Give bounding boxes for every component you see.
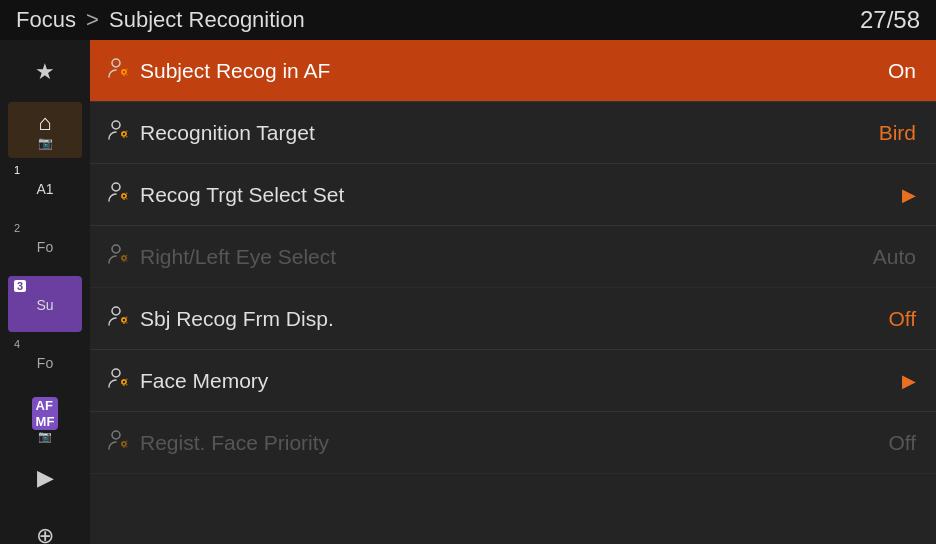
afmf-badge: AFMF xyxy=(32,397,59,430)
svg-point-4 xyxy=(112,183,120,191)
menu-icon-face-memory xyxy=(106,367,130,394)
breadcrumb-focus: Focus xyxy=(16,7,76,32)
menu-icon-subject-recog-af xyxy=(106,57,130,84)
camera-home-icon: 📷 xyxy=(38,136,53,150)
menu-label-subject-recog-af: Subject Recog in AF xyxy=(140,59,330,83)
menu-item-left-subject-recog-af: Subject Recog in AF xyxy=(106,57,330,84)
sidebar-num-2: 2 xyxy=(14,222,20,234)
menu-icon-right-left-eye-select xyxy=(106,243,130,270)
star-icon: ★ xyxy=(35,59,55,85)
sidebar-item-3[interactable]: 3 Su xyxy=(8,276,82,332)
sidebar-label-4: Fo xyxy=(37,355,53,371)
menu-item-left-right-left-eye-select: Right/Left Eye Select xyxy=(106,243,336,270)
menu-item-left-recog-trgt-select-set: Recog Trgt Select Set xyxy=(106,181,344,208)
sidebar-label-3: Su xyxy=(36,297,53,313)
svg-point-12 xyxy=(112,431,120,439)
sidebar-item-5[interactable]: AFMF 📷 xyxy=(8,392,82,448)
breadcrumb: Focus > Subject Recognition xyxy=(16,7,305,33)
menu-label-recog-trgt-select-set: Recog Trgt Select Set xyxy=(140,183,344,207)
menu-item-regist-face-priority: Regist. Face PriorityOff xyxy=(90,412,936,474)
sidebar-item-play[interactable]: ▶ xyxy=(8,450,82,506)
sidebar-item-4[interactable]: 4 Fo xyxy=(8,334,82,390)
menu-icon-recognition-target xyxy=(106,119,130,146)
sidebar-num-3: 3 xyxy=(14,280,26,292)
main-area: ★ ⌂ 📷 1 A1 2 Fo 3 Su 4 Fo xyxy=(0,40,936,544)
menu-list: Subject Recog in AFOnRecognition TargetB… xyxy=(90,40,936,544)
breadcrumb-section: Subject Recognition xyxy=(109,7,305,32)
sidebar-num-1: 1 xyxy=(14,164,20,176)
menu-item-left-regist-face-priority: Regist. Face Priority xyxy=(106,429,329,456)
menu-item-left-face-memory: Face Memory xyxy=(106,367,268,394)
menu-value-sbj-recog-frm-disp: Off xyxy=(888,307,916,331)
screen: Focus > Subject Recognition 27/58 ★ ⌂ 📷 … xyxy=(0,0,936,544)
menu-label-sbj-recog-frm-disp: Sbj Recog Frm Disp. xyxy=(140,307,334,331)
menu-icon-recog-trgt-select-set xyxy=(106,181,130,208)
menu-item-subject-recog-af[interactable]: Subject Recog in AFOn xyxy=(90,40,936,102)
svg-point-3 xyxy=(122,132,126,136)
sidebar-item-2[interactable]: 2 Fo xyxy=(8,218,82,274)
menu-value-subject-recog-af: On xyxy=(888,59,916,83)
sidebar-item-favorites[interactable]: ★ xyxy=(8,44,82,100)
page-count: 27/58 xyxy=(860,6,920,34)
sidebar-item-1[interactable]: 1 A1 xyxy=(8,160,82,216)
menu-item-sbj-recog-frm-disp[interactable]: Sbj Recog Frm Disp.Off xyxy=(90,288,936,350)
svg-point-11 xyxy=(122,380,126,384)
menu-label-regist-face-priority: Regist. Face Priority xyxy=(140,431,329,455)
breadcrumb-separator: > xyxy=(86,7,99,32)
sidebar: ★ ⌂ 📷 1 A1 2 Fo 3 Su 4 Fo xyxy=(0,40,90,544)
menu-item-left-sbj-recog-frm-disp: Sbj Recog Frm Disp. xyxy=(106,305,334,332)
svg-point-0 xyxy=(112,59,120,67)
svg-point-8 xyxy=(112,307,120,315)
menu-value-recognition-target: Bird xyxy=(879,121,916,145)
menu-value-recog-trgt-select-set: ▶ xyxy=(902,184,916,206)
globe-icon: ⊕ xyxy=(36,523,54,544)
menu-value-right-left-eye-select: Auto xyxy=(873,245,916,269)
menu-label-right-left-eye-select: Right/Left Eye Select xyxy=(140,245,336,269)
menu-item-recog-trgt-select-set[interactable]: Recog Trgt Select Set▶ xyxy=(90,164,936,226)
sidebar-item-home[interactable]: ⌂ 📷 xyxy=(8,102,82,158)
menu-icon-regist-face-priority xyxy=(106,429,130,456)
menu-item-face-memory[interactable]: Face Memory▶ xyxy=(90,350,936,412)
menu-value-regist-face-priority: Off xyxy=(888,431,916,455)
sidebar-label-1: A1 xyxy=(36,181,53,197)
svg-point-7 xyxy=(122,256,126,260)
menu-item-left-recognition-target: Recognition Target xyxy=(106,119,315,146)
sidebar-num-4: 4 xyxy=(14,338,20,350)
svg-point-9 xyxy=(122,318,126,322)
sidebar-label-2: Fo xyxy=(37,239,53,255)
menu-icon-sbj-recog-frm-disp xyxy=(106,305,130,332)
play-icon: ▶ xyxy=(37,465,54,491)
svg-point-10 xyxy=(112,369,120,377)
menu-label-recognition-target: Recognition Target xyxy=(140,121,315,145)
sidebar-item-globe[interactable]: ⊕ xyxy=(8,508,82,544)
svg-point-2 xyxy=(112,121,120,129)
svg-point-5 xyxy=(122,194,126,198)
menu-value-face-memory: ▶ xyxy=(902,370,916,392)
menu-item-recognition-target[interactable]: Recognition TargetBird xyxy=(90,102,936,164)
menu-label-face-memory: Face Memory xyxy=(140,369,268,393)
home-icon: ⌂ xyxy=(38,110,51,136)
header: Focus > Subject Recognition 27/58 xyxy=(0,0,936,40)
svg-point-13 xyxy=(122,442,126,446)
svg-point-6 xyxy=(112,245,120,253)
camera-icon-small: 📷 xyxy=(38,430,52,443)
svg-point-1 xyxy=(122,70,126,74)
menu-item-right-left-eye-select: Right/Left Eye SelectAuto xyxy=(90,226,936,288)
